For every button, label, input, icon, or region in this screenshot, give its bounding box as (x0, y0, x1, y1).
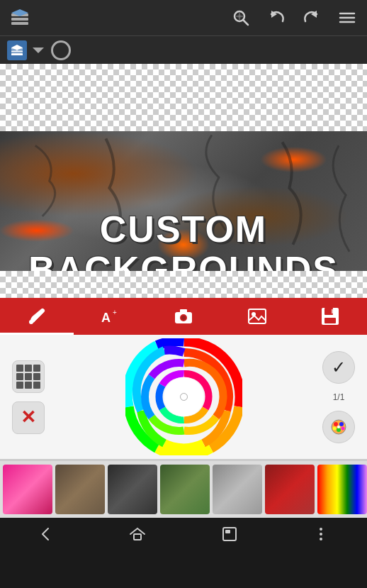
svg-rect-42 (223, 528, 236, 540)
checker-top (0, 64, 367, 131)
bottom-nav (0, 518, 367, 550)
color-section: ✕ (0, 335, 367, 459)
layer-selector[interactable] (7, 40, 44, 60)
svg-rect-25 (249, 309, 266, 323)
svg-point-46 (320, 538, 322, 540)
tab-text[interactable]: A + (74, 298, 147, 335)
canvas-text: CUSTOM BACKGROUNDS (0, 209, 367, 273)
close-icon: ✕ (21, 406, 36, 428)
thumb-gray[interactable] (213, 465, 262, 514)
svg-rect-2 (11, 22, 28, 25)
check-icon: ✓ (332, 357, 346, 377)
svg-point-36 (339, 422, 344, 426)
color-wheel-svg[interactable] (125, 338, 242, 455)
svg-rect-29 (324, 318, 336, 323)
grid-icon (16, 365, 40, 389)
thumb-green[interactable] (160, 465, 210, 514)
svg-point-45 (320, 533, 322, 536)
svg-point-40 (337, 426, 340, 428)
thumb-rainbow[interactable] (317, 465, 367, 514)
svg-point-35 (334, 422, 338, 426)
svg-rect-43 (225, 530, 230, 533)
tab-bar: A + (0, 298, 367, 335)
svg-rect-16 (11, 53, 23, 55)
tab-paint[interactable] (0, 298, 74, 335)
toolbar-right (230, 6, 358, 29)
home-button[interactable] (123, 520, 152, 548)
left-tools: ✕ (7, 360, 50, 434)
layer-row (0, 35, 367, 64)
menu-button[interactable] (336, 6, 358, 29)
rock-texture: CUSTOM BACKGROUNDS (0, 131, 367, 273)
svg-rect-1 (11, 18, 28, 21)
tab-save[interactable] (293, 298, 367, 335)
svg-text:A: A (101, 311, 111, 325)
toolbar-left (9, 6, 31, 29)
right-tools: ✓ 1/1 (317, 351, 360, 443)
thumb-red[interactable] (265, 465, 315, 514)
shape-selector[interactable] (51, 40, 71, 60)
grid-button[interactable] (12, 360, 45, 393)
svg-rect-30 (332, 309, 334, 314)
svg-point-33 (180, 394, 187, 401)
svg-point-39 (341, 426, 345, 430)
tab-image[interactable] (220, 298, 294, 335)
color-wheel-container[interactable] (116, 340, 251, 454)
canvas-area: CUSTOM BACKGROUNDS (0, 64, 367, 298)
svg-text:+: + (113, 309, 117, 316)
thumb-pink[interactable] (3, 465, 52, 514)
text-line1: CUSTOM (0, 209, 367, 250)
tab-camera[interactable] (147, 298, 220, 335)
redo-button[interactable] (300, 6, 323, 29)
checker-bottom (0, 271, 367, 298)
svg-rect-15 (11, 50, 23, 52)
thumb-dark[interactable] (108, 465, 157, 514)
search-button[interactable] (230, 6, 252, 29)
more-button[interactable] (307, 520, 335, 548)
thumb-rock[interactable] (55, 465, 105, 514)
svg-point-23 (181, 316, 186, 320)
thumbnails-row: + ✦ (0, 461, 367, 518)
recent-button[interactable] (215, 520, 244, 548)
svg-point-18 (29, 320, 33, 324)
undo-button[interactable] (265, 6, 288, 29)
layer-dropdown-arrow (33, 48, 44, 53)
close-button[interactable]: ✕ (12, 401, 45, 434)
confirm-button[interactable]: ✓ (322, 351, 355, 384)
back-button[interactable] (32, 520, 60, 548)
svg-point-44 (320, 528, 322, 531)
svg-rect-41 (134, 534, 141, 540)
text-line2: BACKGROUNDS (0, 250, 367, 273)
svg-line-5 (243, 20, 248, 25)
page-indicator: 1/1 (333, 392, 345, 402)
svg-point-38 (333, 426, 337, 430)
top-toolbar (0, 0, 367, 35)
palette-button[interactable] (322, 411, 355, 443)
layer-icon (7, 40, 27, 60)
layers-button[interactable] (9, 6, 31, 29)
svg-rect-24 (180, 309, 187, 313)
